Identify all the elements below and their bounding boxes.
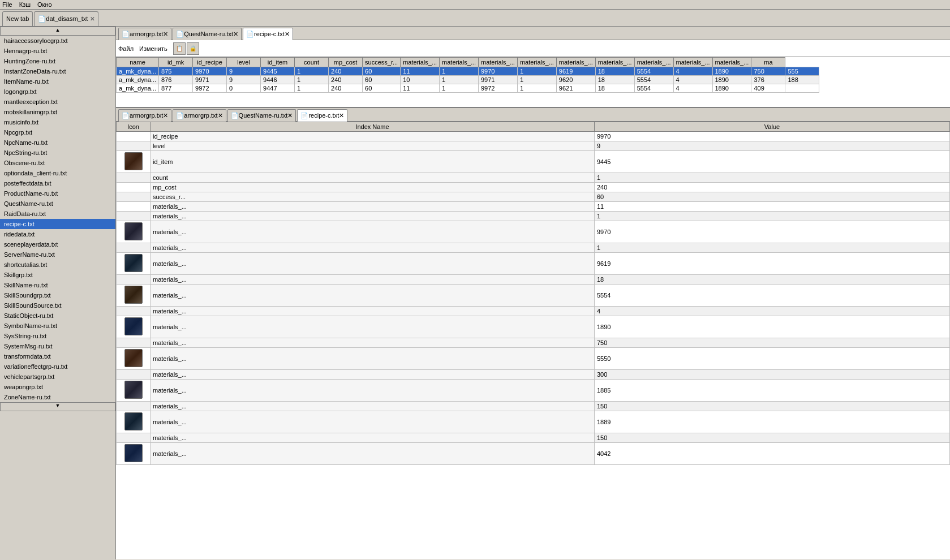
sidebar-item-SkillSoundgrp-txt[interactable]: SkillSoundgrp.txt: [0, 290, 115, 300]
detail-index-cell: id_recipe: [151, 132, 595, 141]
sidebar-item-weapongrp-txt[interactable]: weapongrp.txt: [0, 382, 115, 392]
sidebar-item-InstantZoneData-ru-txt[interactable]: InstantZoneData-ru.txt: [0, 66, 115, 76]
item-icon-weapon: [124, 222, 143, 240]
file-tab-questname-close[interactable]: ✕: [233, 31, 238, 38]
sidebar-item-transformdata-txt[interactable]: transformdata.txt: [0, 351, 115, 361]
sidebar-item-SkillSoundSource-txt[interactable]: SkillSoundSource.txt: [0, 300, 115, 311]
sidebar-item-StaticObject-ru-txt[interactable]: StaticObject-ru.txt: [0, 311, 115, 321]
detail-row[interactable]: materials_...4042: [117, 443, 950, 465]
menu-file[interactable]: File: [2, 1, 12, 8]
sidebar-item-hairaccessorylocgrp-txt[interactable]: hairaccessorylocgrp.txt: [0, 36, 115, 46]
menu-okno[interactable]: Окно: [37, 1, 52, 8]
detail-row[interactable]: count1: [117, 173, 950, 183]
detail-row[interactable]: success_r...60: [117, 192, 950, 202]
dat-disasm-tab[interactable]: 📄 dat_disasm_txt ✕: [34, 11, 98, 26]
sidebar-item-SystemMsg-ru-txt[interactable]: SystemMsg-ru.txt: [0, 341, 115, 351]
sidebar-item-shortcutalias-txt[interactable]: shortcutalias.txt: [0, 260, 115, 270]
sidebar-item-Npcgrp-txt[interactable]: Npcgrp.txt: [0, 127, 115, 137]
detail-index-cell: materials_...: [151, 307, 595, 316]
new-tab[interactable]: New tab: [2, 11, 33, 26]
sidebar-item-ServerName-ru-txt[interactable]: ServerName-ru.txt: [0, 249, 115, 260]
toolbar-copy-btn[interactable]: 📋: [173, 42, 186, 55]
detail-row[interactable]: materials_...5554: [117, 285, 950, 307]
detail-row[interactable]: materials_...1: [117, 243, 950, 253]
sidebar-scroll-up[interactable]: ▲: [0, 27, 115, 36]
detail-row[interactable]: id_recipe9970: [117, 132, 950, 141]
table-cell: 60: [363, 76, 401, 84]
sidebar-item-Hennagrp-ru-txt[interactable]: Hennagrp-ru.txt: [0, 46, 115, 56]
main-th-materials----: materials_...: [634, 58, 673, 67]
item-icon-crystal: [124, 317, 143, 335]
detail-row[interactable]: materials_...1: [117, 212, 950, 221]
sidebar-item-ProductName-ru-txt[interactable]: ProductName-ru.txt: [0, 188, 115, 199]
sidebar-item-variationeffectgrp-ru-txt[interactable]: variationeffectgrp-ru.txt: [0, 361, 115, 372]
detail-row[interactable]: materials_...1885: [117, 380, 950, 402]
sidebar-item-Skillgrp-txt[interactable]: Skillgrp.txt: [0, 270, 115, 280]
bottom-tab-questname[interactable]: 📄 QuestName-ru.txt ✕: [227, 109, 296, 122]
detail-row[interactable]: materials_...5550: [117, 348, 950, 370]
bottom-tab-armorgrp-1-close[interactable]: ✕: [163, 112, 168, 119]
file-tab-recipe[interactable]: 📄 recipe-c.txt ✕: [243, 28, 293, 40]
sidebar-item-ridedata-txt[interactable]: ridedata.txt: [0, 229, 115, 239]
table-row[interactable]: a_mk_dyna...8769971994461240601019971196…: [117, 76, 819, 84]
file-tab-armorgrp-1-close[interactable]: ✕: [163, 31, 168, 38]
file-tab-recipe-close[interactable]: ✕: [285, 31, 290, 38]
sidebar-item-mantleexception-txt[interactable]: mantleexception.txt: [0, 97, 115, 107]
sidebar-item-optiondata-client-ru-txt[interactable]: optiondata_client-ru.txt: [0, 168, 115, 178]
detail-row[interactable]: materials_...1890: [117, 316, 950, 338]
detail-row[interactable]: materials_...18: [117, 275, 950, 285]
file-tab-questname[interactable]: 📄 QuestName-ru.txt ✕: [173, 28, 242, 40]
detail-row[interactable]: materials_...9619: [117, 253, 950, 275]
sidebar-item-posteffectdata-txt[interactable]: posteffectdata.txt: [0, 178, 115, 188]
sidebar-item-musicinfo-txt[interactable]: musicinfo.txt: [0, 117, 115, 127]
detail-row[interactable]: id_item9445: [117, 151, 950, 173]
toolbar-paste-btn[interactable]: 🔒: [187, 42, 199, 55]
sidebar-item-logongrp-txt[interactable]: logongrp.txt: [0, 87, 115, 97]
sidebar-item-RaidData-ru-txt[interactable]: RaidData-ru.txt: [0, 209, 115, 219]
bottom-tab-recipe[interactable]: 📄 recipe-c.txt ✕: [297, 109, 347, 122]
detail-row[interactable]: materials_...750: [117, 338, 950, 348]
sidebar-item-Obscene-ru-txt[interactable]: Obscene-ru.txt: [0, 158, 115, 168]
sidebar-item-NpcString-ru-txt[interactable]: NpcString-ru.txt: [0, 148, 115, 158]
detail-row[interactable]: materials_...4: [117, 307, 950, 316]
detail-row[interactable]: materials_...150: [117, 433, 950, 443]
sidebar-item-QuestName-ru-txt[interactable]: QuestName-ru.txt: [0, 199, 115, 209]
bottom-tab-armorgrp-2-close[interactable]: ✕: [218, 112, 223, 119]
detail-row[interactable]: materials_...300: [117, 370, 950, 380]
sidebar-item-recipe-c-txt[interactable]: recipe-c.txt: [0, 219, 115, 229]
detail-icon-cell: [117, 443, 151, 465]
dat-disasm-close[interactable]: ✕: [90, 16, 94, 22]
bottom-tab-questname-close[interactable]: ✕: [287, 112, 293, 119]
sidebar-item-ZoneName-ru-txt[interactable]: ZoneName-ru.txt: [0, 392, 115, 402]
toolbar-edit-menu[interactable]: Изменить: [139, 45, 167, 52]
sidebar-item-SysString-ru-txt[interactable]: SysString-ru.txt: [0, 331, 115, 341]
bottom-tab-armorgrp-2[interactable]: 📄 armorgrp.txt ✕: [173, 109, 226, 122]
detail-row[interactable]: level9: [117, 141, 950, 151]
detail-row[interactable]: materials_...11: [117, 202, 950, 212]
detail-row[interactable]: materials_...1889: [117, 411, 950, 433]
main-th-id-mk: id_mk: [159, 58, 193, 67]
file-tab-armorgrp-1[interactable]: 📄 armorgrp.txt ✕: [118, 28, 171, 40]
sidebar-item-NpcName-ru-txt[interactable]: NpcName-ru.txt: [0, 137, 115, 148]
sidebar-item-mobskillanimgrp-txt[interactable]: mobskillanimgrp.txt: [0, 107, 115, 117]
detail-row[interactable]: materials_...9970: [117, 221, 950, 243]
detail-row[interactable]: mp_cost240: [117, 183, 950, 192]
detail-value-cell: 4: [595, 307, 950, 316]
toolbar-file-menu[interactable]: Файл: [118, 45, 134, 52]
detail-icon-cell: [117, 202, 151, 212]
sidebar-item-HuntingZone-ru-txt[interactable]: HuntingZone-ru.txt: [0, 56, 115, 66]
detail-row[interactable]: materials_...150: [117, 402, 950, 411]
sidebar-item-SkillName-ru-txt[interactable]: SkillName-ru.txt: [0, 280, 115, 290]
table-row[interactable]: a_mk_dyna...8759970994451240601119970196…: [117, 67, 819, 76]
bottom-tab-recipe-close[interactable]: ✕: [339, 112, 344, 119]
sidebar-scroll-down[interactable]: ▼: [0, 402, 115, 411]
sidebar-item-vehiclepartsgrp-txt[interactable]: vehiclepartsgrp.txt: [0, 372, 115, 382]
menu-kzsh[interactable]: Кзш: [19, 1, 31, 8]
sidebar-item-SymbolName-ru-txt[interactable]: SymbolName-ru.txt: [0, 321, 115, 331]
table-row[interactable]: a_mk_dyna...8779972094471240601119972196…: [117, 84, 819, 93]
sidebar-item-sceneplayerdata-txt[interactable]: sceneplayerdata.txt: [0, 239, 115, 249]
sidebar-item-ItemName-ru-txt[interactable]: ItemName-ru.txt: [0, 76, 115, 87]
bottom-tab-armorgrp-1[interactable]: 📄 armorgrp.txt ✕: [118, 109, 171, 122]
file-tabs-row: 📄 armorgrp.txt ✕ 📄 QuestName-ru.txt ✕ 📄 …: [116, 27, 950, 40]
main-table: nameid_mkid_recipelevelid_itemcountmp_co…: [116, 57, 819, 93]
